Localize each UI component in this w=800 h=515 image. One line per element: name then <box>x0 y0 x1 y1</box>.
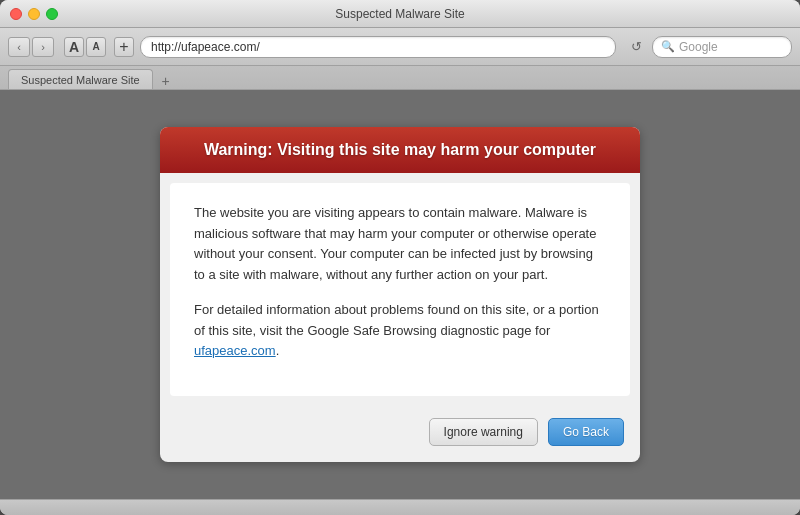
warning-actions: Ignore warning Go Back <box>160 406 640 462</box>
forward-button[interactable]: › <box>32 37 54 57</box>
ignore-warning-button[interactable]: Ignore warning <box>429 418 538 446</box>
warning-paragraph1: The website you are visiting appears to … <box>194 203 606 286</box>
toolbar: ‹ › A A + http://ufapeace.com/ ↺ 🔍 Googl… <box>0 28 800 66</box>
add-tab-button[interactable]: + <box>114 37 134 57</box>
active-tab[interactable]: Suspected Malware Site <box>8 69 153 89</box>
titlebar: Suspected Malware Site <box>0 0 800 28</box>
warning-title: Warning: Visiting this site may harm you… <box>204 141 596 158</box>
back-button[interactable]: ‹ <box>8 37 30 57</box>
search-icon: 🔍 <box>661 40 675 53</box>
warning-card: Warning: Visiting this site may harm you… <box>160 127 640 463</box>
reload-button[interactable]: ↺ <box>626 37 646 57</box>
forward-icon: › <box>41 41 45 53</box>
maximize-button[interactable] <box>46 8 58 20</box>
tab-label: Suspected Malware Site <box>21 74 140 86</box>
new-tab-icon: + <box>162 73 170 89</box>
text-size-small-button[interactable]: A <box>86 37 106 57</box>
new-tab-button[interactable]: + <box>157 73 175 89</box>
text-size-buttons: A A <box>64 37 106 57</box>
text-size-large-button[interactable]: A <box>64 37 84 57</box>
reload-icon: ↺ <box>631 39 642 54</box>
url-text: http://ufapeace.com/ <box>151 40 260 54</box>
back-icon: ‹ <box>17 41 21 53</box>
close-button[interactable] <box>10 8 22 20</box>
search-placeholder: Google <box>679 40 718 54</box>
url-bar[interactable]: http://ufapeace.com/ <box>140 36 616 58</box>
browser-window: Suspected Malware Site ‹ › A A + http://… <box>0 0 800 515</box>
warning-paragraph2: For detailed information about problems … <box>194 300 606 362</box>
traffic-lights <box>10 8 58 20</box>
nav-buttons: ‹ › <box>8 37 54 57</box>
warning-paragraph2-pre: For detailed information about problems … <box>194 302 599 338</box>
window-title: Suspected Malware Site <box>335 7 464 21</box>
bottombar <box>0 499 800 515</box>
tabbar: Suspected Malware Site + <box>0 66 800 90</box>
go-back-button[interactable]: Go Back <box>548 418 624 446</box>
warning-body: The website you are visiting appears to … <box>170 183 630 397</box>
content-area: Warning: Visiting this site may harm you… <box>0 90 800 499</box>
add-tab-icon: + <box>119 39 128 55</box>
warning-link[interactable]: ufapeace.com <box>194 343 276 358</box>
minimize-button[interactable] <box>28 8 40 20</box>
warning-paragraph2-post: . <box>276 343 280 358</box>
text-large-label: A <box>69 39 79 55</box>
text-small-label: A <box>92 41 99 52</box>
search-bar[interactable]: 🔍 Google <box>652 36 792 58</box>
warning-header: Warning: Visiting this site may harm you… <box>160 127 640 173</box>
